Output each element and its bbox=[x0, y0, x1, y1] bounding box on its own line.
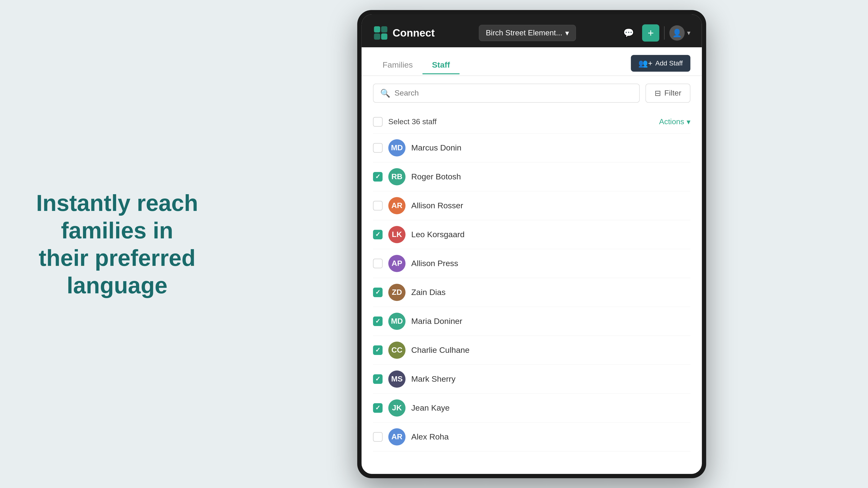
staff-name: Mark Sherry bbox=[411, 374, 456, 384]
staff-checkbox[interactable] bbox=[373, 201, 383, 210]
chat-button[interactable]: 💬 bbox=[620, 24, 638, 41]
search-section: 🔍 ⊟ Filter bbox=[362, 76, 702, 110]
staff-name: Charlie Culhane bbox=[411, 346, 470, 355]
tab-staff[interactable]: Staff bbox=[422, 56, 460, 74]
add-staff-button[interactable]: 👥+ Add Staff bbox=[631, 55, 690, 72]
user-menu[interactable]: 👤 ▾ bbox=[670, 25, 690, 41]
staff-name: Allison Press bbox=[411, 259, 458, 268]
staff-row[interactable]: LKLeo Korsgaard bbox=[373, 220, 690, 249]
staff-name: Allison Rosser bbox=[411, 201, 463, 210]
staff-checkbox[interactable] bbox=[373, 288, 383, 297]
app-name: Connect bbox=[393, 27, 435, 39]
main-headline: Instantly reach families in their prefer… bbox=[33, 189, 201, 299]
staff-avatar: RB bbox=[389, 168, 406, 185]
filter-icon: ⊟ bbox=[655, 89, 661, 98]
header-right: 💬 + 👤 ▾ bbox=[620, 24, 690, 41]
actions-button[interactable]: Actions ▾ bbox=[659, 117, 690, 126]
staff-name: Roger Botosh bbox=[411, 172, 461, 181]
connect-logo-icon bbox=[373, 25, 389, 41]
filter-label: Filter bbox=[664, 89, 681, 97]
browser-top-bar bbox=[362, 14, 702, 19]
staff-row[interactable]: ZDZain Dias bbox=[373, 278, 690, 307]
staff-avatar: LK bbox=[389, 226, 406, 243]
header-divider bbox=[664, 26, 664, 40]
chat-icon: 💬 bbox=[623, 28, 634, 38]
staff-rows-container: MDMarcus DoninRBRoger BotoshARAllison Ro… bbox=[373, 133, 690, 451]
staff-avatar: MD bbox=[389, 139, 406, 157]
tab-families[interactable]: Families bbox=[373, 56, 423, 74]
staff-avatar: AR bbox=[389, 197, 406, 214]
add-button[interactable]: + bbox=[642, 24, 659, 41]
tabs: Families Staff bbox=[373, 56, 460, 74]
staff-checkbox[interactable] bbox=[373, 172, 383, 182]
svg-rect-1 bbox=[381, 26, 388, 32]
search-icon: 🔍 bbox=[380, 88, 390, 98]
school-name: Birch Street Element... bbox=[486, 28, 562, 37]
staff-name: Maria Doniner bbox=[411, 317, 462, 326]
left-headline-section: Instantly reach families in their prefer… bbox=[33, 189, 201, 299]
staff-list: Select 36 staff Actions ▾ MDMarcus Donin… bbox=[362, 110, 702, 474]
actions-label: Actions bbox=[659, 117, 684, 126]
search-input-wrap: 🔍 bbox=[373, 84, 640, 103]
device-frame: Connect Birch Street Element... ▾ 💬 + 👤 bbox=[357, 10, 706, 478]
app-header: Connect Birch Street Element... ▾ 💬 + 👤 bbox=[362, 19, 702, 47]
select-all-row: Select 36 staff Actions ▾ bbox=[373, 110, 690, 133]
staff-avatar: MS bbox=[389, 370, 406, 388]
staff-name: Alex Roha bbox=[411, 432, 449, 442]
app-logo: Connect bbox=[373, 25, 435, 41]
staff-avatar: MD bbox=[389, 313, 406, 330]
staff-checkbox[interactable] bbox=[373, 432, 383, 442]
staff-avatar: ZD bbox=[389, 284, 406, 301]
staff-checkbox[interactable] bbox=[373, 374, 383, 384]
staff-checkbox[interactable] bbox=[373, 317, 383, 326]
staff-row[interactable]: ARAlex Roha bbox=[373, 423, 690, 451]
search-input[interactable] bbox=[395, 89, 632, 97]
staff-row[interactable]: CCCharlie Culhane bbox=[373, 336, 690, 365]
svg-rect-0 bbox=[374, 26, 380, 32]
chevron-down-icon: ▾ bbox=[565, 28, 569, 37]
svg-rect-3 bbox=[381, 33, 388, 40]
staff-checkbox[interactable] bbox=[373, 403, 383, 413]
tabs-bar: Families Staff 👥+ Add Staff bbox=[362, 47, 702, 76]
staff-row[interactable]: APAllison Press bbox=[373, 249, 690, 278]
staff-row[interactable]: RBRoger Botosh bbox=[373, 162, 690, 191]
user-icon: 👤 bbox=[672, 28, 682, 37]
staff-name: Zain Dias bbox=[411, 288, 446, 297]
staff-row[interactable]: MDMaria Doniner bbox=[373, 307, 690, 336]
plus-icon: + bbox=[648, 27, 654, 39]
user-avatar: 👤 bbox=[670, 25, 685, 41]
staff-row[interactable]: JKJean Kaye bbox=[373, 394, 690, 423]
add-staff-label: Add Staff bbox=[655, 60, 683, 67]
staff-row[interactable]: MSMark Sherry bbox=[373, 365, 690, 394]
staff-checkbox[interactable] bbox=[373, 346, 383, 355]
main-content: Families Staff 👥+ Add Staff 🔍 ⊟ Filter bbox=[362, 47, 702, 474]
staff-row[interactable]: ARAllison Rosser bbox=[373, 191, 690, 220]
device-inner: Connect Birch Street Element... ▾ 💬 + 👤 bbox=[362, 14, 702, 474]
actions-chevron-icon: ▾ bbox=[687, 117, 690, 126]
select-all-label: Select 36 staff bbox=[389, 117, 437, 126]
svg-rect-2 bbox=[374, 33, 380, 40]
staff-checkbox[interactable] bbox=[373, 230, 383, 239]
staff-name: Marcus Donin bbox=[411, 143, 462, 153]
user-chevron-icon: ▾ bbox=[687, 29, 690, 37]
add-staff-icon: 👥+ bbox=[638, 59, 652, 68]
staff-avatar: AR bbox=[389, 428, 406, 446]
select-all-checkbox[interactable] bbox=[373, 117, 383, 127]
staff-checkbox[interactable] bbox=[373, 259, 383, 268]
select-all-left: Select 36 staff bbox=[373, 117, 437, 127]
staff-checkbox[interactable] bbox=[373, 143, 383, 153]
staff-name: Jean Kaye bbox=[411, 403, 450, 413]
staff-avatar: AP bbox=[389, 255, 406, 272]
staff-name: Leo Korsgaard bbox=[411, 230, 465, 239]
staff-avatar: CC bbox=[389, 341, 406, 359]
staff-avatar: JK bbox=[389, 399, 406, 417]
staff-row[interactable]: MDMarcus Donin bbox=[373, 133, 690, 162]
filter-button[interactable]: ⊟ Filter bbox=[646, 84, 690, 103]
school-selector[interactable]: Birch Street Element... ▾ bbox=[479, 25, 576, 41]
